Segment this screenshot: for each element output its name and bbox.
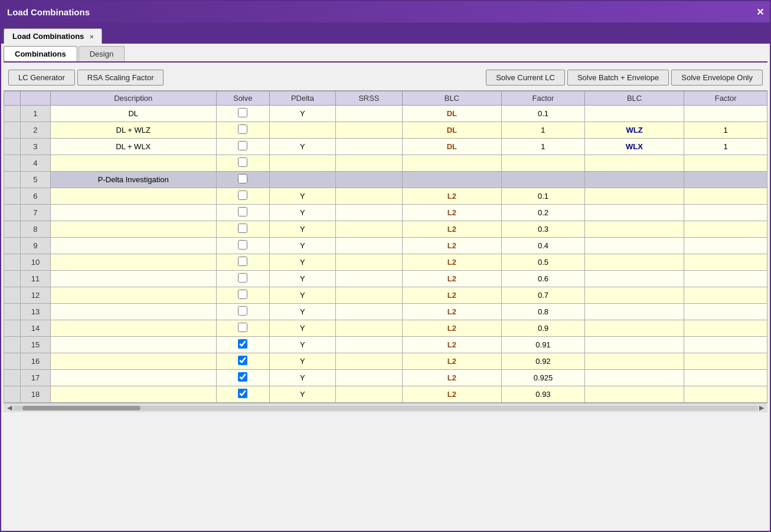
solve-cell[interactable] xyxy=(216,205,269,221)
solve-current-button[interactable]: Solve Current LC xyxy=(486,70,565,86)
factor1-cell[interactable]: 0.8 xyxy=(502,304,585,320)
description-cell[interactable] xyxy=(50,337,216,353)
description-cell[interactable] xyxy=(50,287,216,304)
col-factor1[interactable]: Factor xyxy=(502,91,585,106)
solve-checkbox[interactable] xyxy=(238,157,247,167)
solve-checkbox[interactable] xyxy=(238,356,247,365)
col-factor2[interactable]: Factor xyxy=(684,91,767,106)
tab-close-icon[interactable]: × xyxy=(90,33,93,40)
solve-cell[interactable] xyxy=(216,370,269,386)
solve-checkbox[interactable] xyxy=(238,323,247,332)
solve-cell[interactable] xyxy=(216,337,269,353)
scrollbar-track[interactable] xyxy=(13,406,758,411)
blc1-cell[interactable]: L2 xyxy=(402,188,502,205)
factor1-cell[interactable]: 0.3 xyxy=(502,221,585,238)
factor2-cell[interactable] xyxy=(684,188,767,205)
blc2-cell[interactable] xyxy=(584,337,684,353)
solve-cell[interactable] xyxy=(216,122,269,139)
tab-design[interactable]: Design xyxy=(79,46,125,61)
solve-envelope-button[interactable]: Solve Envelope Only xyxy=(671,70,763,86)
solve-cell[interactable] xyxy=(216,287,269,304)
blc1-cell[interactable]: L2 xyxy=(402,386,502,403)
solve-checkbox[interactable] xyxy=(238,174,247,183)
blc2-cell[interactable] xyxy=(584,106,684,122)
factor2-cell[interactable] xyxy=(684,155,767,172)
blc2-cell[interactable] xyxy=(584,172,684,188)
blc2-cell[interactable] xyxy=(584,304,684,320)
blc1-cell[interactable]: L2 xyxy=(402,304,502,320)
blc2-cell[interactable] xyxy=(584,238,684,254)
factor1-cell[interactable]: 0.7 xyxy=(502,287,585,304)
factor1-cell[interactable]: 1 xyxy=(502,139,585,155)
blc1-cell[interactable]: L2 xyxy=(402,337,502,353)
solve-cell[interactable] xyxy=(216,386,269,403)
description-cell[interactable]: DL xyxy=(50,106,216,122)
blc1-cell[interactable]: DL xyxy=(402,139,502,155)
factor2-cell[interactable]: 1 xyxy=(684,122,767,139)
factor1-cell[interactable]: 0.1 xyxy=(502,106,585,122)
solve-checkbox[interactable] xyxy=(238,207,247,216)
solve-cell[interactable] xyxy=(216,304,269,320)
description-cell[interactable] xyxy=(50,254,216,271)
blc1-cell[interactable] xyxy=(402,155,502,172)
horizontal-scrollbar[interactable]: ◀ ▶ xyxy=(4,403,767,412)
factor1-cell[interactable]: 0.925 xyxy=(502,370,585,386)
solve-checkbox[interactable] xyxy=(238,240,247,249)
description-cell[interactable] xyxy=(50,370,216,386)
blc1-cell[interactable]: L2 xyxy=(402,205,502,221)
solve-checkbox[interactable] xyxy=(238,339,247,349)
description-cell[interactable] xyxy=(50,304,216,320)
solve-cell[interactable] xyxy=(216,254,269,271)
blc1-cell[interactable]: L2 xyxy=(402,287,502,304)
description-cell[interactable] xyxy=(50,155,216,172)
blc1-cell[interactable]: L2 xyxy=(402,271,502,287)
main-tab[interactable]: Load Combinations × xyxy=(4,28,102,44)
factor2-cell[interactable] xyxy=(684,304,767,320)
factor1-cell[interactable]: 0.1 xyxy=(502,188,585,205)
lc-generator-button[interactable]: LC Generator xyxy=(8,70,75,86)
blc1-cell[interactable]: DL xyxy=(402,106,502,122)
blc1-cell[interactable]: L2 xyxy=(402,254,502,271)
description-cell[interactable] xyxy=(50,271,216,287)
close-button[interactable]: ✕ xyxy=(756,6,764,18)
factor2-cell[interactable] xyxy=(684,320,767,337)
blc1-cell[interactable]: L2 xyxy=(402,353,502,370)
factor2-cell[interactable] xyxy=(684,386,767,403)
factor1-cell[interactable]: 1 xyxy=(502,122,585,139)
blc2-cell[interactable] xyxy=(584,370,684,386)
factor2-cell[interactable] xyxy=(684,353,767,370)
col-sort[interactable] xyxy=(4,91,21,106)
scrollbar-thumb[interactable] xyxy=(22,406,141,411)
solve-cell[interactable] xyxy=(216,221,269,238)
factor1-cell[interactable]: 0.5 xyxy=(502,254,585,271)
blc1-cell[interactable] xyxy=(402,172,502,188)
description-cell[interactable] xyxy=(50,353,216,370)
factor2-cell[interactable] xyxy=(684,205,767,221)
solve-cell[interactable] xyxy=(216,155,269,172)
solve-cell[interactable] xyxy=(216,172,269,188)
solve-checkbox[interactable] xyxy=(238,224,247,233)
factor2-cell[interactable] xyxy=(684,337,767,353)
col-solve[interactable]: Solve xyxy=(216,91,269,106)
col-blc2[interactable]: BLC xyxy=(584,91,684,106)
description-cell[interactable]: DL + WLX xyxy=(50,139,216,155)
blc2-cell[interactable] xyxy=(584,188,684,205)
solve-checkbox[interactable] xyxy=(238,372,247,382)
blc1-cell[interactable]: L2 xyxy=(402,221,502,238)
blc1-cell[interactable]: L2 xyxy=(402,238,502,254)
blc2-cell[interactable] xyxy=(584,205,684,221)
description-cell[interactable] xyxy=(50,221,216,238)
solve-cell[interactable] xyxy=(216,188,269,205)
factor2-cell[interactable] xyxy=(684,287,767,304)
description-cell[interactable] xyxy=(50,238,216,254)
solve-checkbox[interactable] xyxy=(238,108,247,117)
factor2-cell[interactable] xyxy=(684,370,767,386)
blc2-cell[interactable] xyxy=(584,155,684,172)
solve-cell[interactable] xyxy=(216,139,269,155)
solve-cell[interactable] xyxy=(216,271,269,287)
blc2-cell[interactable]: WLZ xyxy=(584,122,684,139)
scroll-left-icon[interactable]: ◀ xyxy=(6,404,13,412)
description-cell[interactable] xyxy=(50,188,216,205)
description-cell[interactable]: P-Delta Investigation xyxy=(50,172,216,188)
solve-checkbox[interactable] xyxy=(238,191,247,200)
